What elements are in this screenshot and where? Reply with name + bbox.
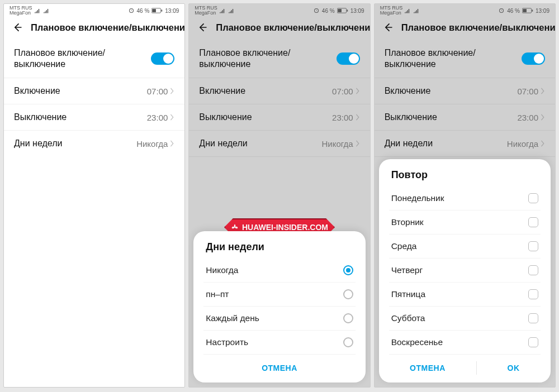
toggle-switch[interactable] xyxy=(151,52,174,65)
chevron-right-icon xyxy=(170,88,174,94)
option-fri[interactable]: Пятница xyxy=(389,283,541,307)
days-sheet: Дни недели Никогда пн–пт Каждый день Нас… xyxy=(193,231,365,383)
settings-list: Плановое включение/ выключение Включение… xyxy=(375,40,555,387)
days-row[interactable]: Дни недели Никогда xyxy=(4,131,184,156)
chevron-right-icon xyxy=(541,140,545,147)
toggle-label: Плановое включение/ выключение xyxy=(385,47,476,70)
page-title: Плановое включение/выключение xyxy=(216,22,370,33)
back-icon[interactable] xyxy=(382,22,394,33)
svg-rect-8 xyxy=(532,9,533,11)
option-thu[interactable]: Четверг xyxy=(389,259,541,283)
settings-list: Плановое включение/ выключение Включение… xyxy=(189,40,369,387)
checkbox-icon[interactable] xyxy=(528,337,538,347)
radio-icon[interactable] xyxy=(343,313,353,323)
svg-rect-1 xyxy=(153,9,157,12)
cancel-button[interactable]: ОТМЕНА xyxy=(399,361,457,375)
chevron-right-icon xyxy=(170,140,174,147)
checkbox-icon[interactable] xyxy=(528,289,538,299)
battery-icon xyxy=(337,8,348,13)
checkbox-icon[interactable] xyxy=(528,193,538,203)
cancel-button[interactable]: ОТМЕНА xyxy=(250,361,309,375)
phone-3: MTS RUS MegaFon 46 % 13:09 Плановое вклю… xyxy=(374,3,556,388)
turn-off-label: Выключение xyxy=(14,112,67,122)
option-weekdays[interactable]: пн–пт xyxy=(203,283,355,307)
turn-off-row[interactable]: Выключение 23:00 xyxy=(4,104,184,131)
back-icon[interactable] xyxy=(197,22,208,33)
signal-icon xyxy=(405,8,411,13)
header: Плановое включение/выключение xyxy=(4,16,184,40)
turn-off-row[interactable]: Выключение 23:00 xyxy=(189,104,369,131)
battery-text: 46 % xyxy=(507,8,520,14)
checkbox-icon[interactable] xyxy=(528,217,538,227)
option-tue[interactable]: Вторник xyxy=(389,211,541,235)
chevron-right-icon xyxy=(170,114,174,121)
turn-off-value: 23:00 xyxy=(147,113,168,122)
days-label: Дни недели xyxy=(385,138,433,149)
option-label: Никогда xyxy=(206,265,238,275)
chevron-right-icon xyxy=(356,88,360,94)
radio-icon[interactable] xyxy=(343,337,353,347)
checkbox-icon[interactable] xyxy=(528,241,538,251)
option-label: Среда xyxy=(391,241,417,251)
alarm-icon xyxy=(313,7,320,14)
toggle-label: Плановое включение/ выключение xyxy=(14,47,105,70)
turn-off-value: 23:00 xyxy=(332,113,353,122)
turn-on-label: Включение xyxy=(14,86,60,96)
turn-off-row[interactable]: Выключение 23:00 xyxy=(375,104,555,131)
option-sat[interactable]: Суббота xyxy=(389,307,541,331)
svg-rect-5 xyxy=(347,9,348,11)
turn-on-value: 07:00 xyxy=(147,87,168,96)
alarm-icon xyxy=(498,7,505,14)
turn-on-row[interactable]: Включение 07:00 xyxy=(4,78,184,104)
option-custom[interactable]: Настроить xyxy=(203,331,355,354)
clock-text: 13:09 xyxy=(536,8,549,14)
option-wed[interactable]: Среда xyxy=(389,235,541,259)
turn-off-label: Выключение xyxy=(199,112,252,122)
signal-icon xyxy=(35,8,41,13)
toggle-switch[interactable] xyxy=(337,52,360,65)
carrier-2: MegaFon xyxy=(380,11,403,16)
option-never[interactable]: Никогда xyxy=(203,259,355,283)
option-sun[interactable]: Воскресенье xyxy=(389,331,541,354)
turn-on-label: Включение xyxy=(199,86,245,96)
turn-on-row[interactable]: Включение 07:00 xyxy=(189,78,369,104)
ok-button[interactable]: OK xyxy=(496,361,531,375)
sheet-title: Дни недели xyxy=(203,241,355,253)
chevron-right-icon xyxy=(356,140,360,147)
page-title: Плановое включение/выключение xyxy=(31,22,185,33)
battery-text: 46 % xyxy=(322,8,335,14)
days-row[interactable]: Дни недели Никогда xyxy=(375,131,555,157)
toggle-switch[interactable] xyxy=(522,52,545,65)
toggle-row[interactable]: Плановое включение/ выключение xyxy=(4,40,184,78)
option-label: Каждый день xyxy=(206,313,259,323)
checkbox-icon[interactable] xyxy=(528,265,538,275)
toggle-row[interactable]: Плановое включение/ выключение xyxy=(189,40,369,78)
radio-icon[interactable] xyxy=(343,289,353,299)
battery-text: 46 % xyxy=(137,8,150,14)
toggle-row[interactable]: Плановое включение/ выключение xyxy=(375,40,555,78)
option-everyday[interactable]: Каждый день xyxy=(203,307,355,331)
page-title: Плановое включение/выключение xyxy=(401,22,556,33)
clock-text: 13:09 xyxy=(165,8,179,14)
status-bar: MTS RUS MegaFon 46 % 13:09 xyxy=(375,4,555,16)
option-label: Понедельник xyxy=(391,193,444,203)
radio-selected-icon[interactable] xyxy=(343,265,353,275)
checkbox-icon[interactable] xyxy=(528,313,538,323)
turn-on-value: 07:00 xyxy=(332,87,353,96)
back-icon[interactable] xyxy=(12,22,23,33)
chevron-right-icon xyxy=(541,88,545,94)
signal-icon-2 xyxy=(414,8,420,13)
watermark-text: HUAWEI-INSIDER.COM xyxy=(242,223,328,232)
header: Плановое включение/выключение xyxy=(189,16,369,40)
clock-text: 13:09 xyxy=(350,8,364,14)
turn-on-row[interactable]: Включение 07:00 xyxy=(375,78,555,104)
svg-rect-7 xyxy=(523,9,527,12)
option-mon[interactable]: Понедельник xyxy=(389,187,541,211)
signal-icon xyxy=(220,8,226,13)
huawei-logo-icon xyxy=(231,223,239,231)
toggle-label: Плановое включение/ выключение xyxy=(199,47,290,70)
days-row[interactable]: Дни недели Никогда xyxy=(189,131,369,157)
turn-off-value: 23:00 xyxy=(517,113,538,122)
battery-icon xyxy=(151,8,163,13)
repeat-sheet: Повтор Понедельник Вторник Среда Четверг… xyxy=(379,159,551,383)
